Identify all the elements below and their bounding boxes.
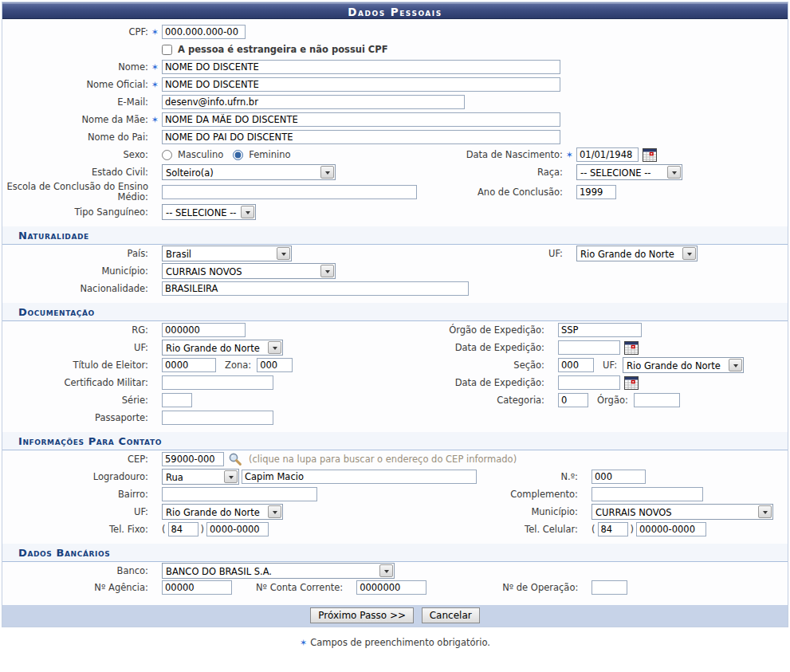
passaporte-input[interactable] bbox=[162, 411, 273, 425]
raca-select[interactable]: -- SELECIONE -- bbox=[576, 164, 682, 180]
nome-pai-input[interactable] bbox=[162, 130, 560, 144]
orgao-expedicao-input[interactable] bbox=[558, 323, 642, 337]
calendar-icon[interactable] bbox=[624, 376, 639, 390]
contato-uf-select[interactable]: Rio Grande do Norte bbox=[162, 504, 283, 520]
agencia-label: Nº Agência: bbox=[2, 583, 162, 593]
rg-orgao-row: RG: Órgão de Expedição: bbox=[2, 321, 788, 339]
paren-open: ( bbox=[162, 524, 166, 535]
cpf-input[interactable] bbox=[162, 25, 246, 39]
zona-label: Zona: bbox=[218, 360, 254, 371]
zona-input[interactable] bbox=[257, 358, 293, 372]
ano-conclusao-input[interactable] bbox=[576, 185, 616, 199]
orgao-input[interactable] bbox=[634, 393, 680, 407]
contato-municipio-select[interactable]: CURRAIS NOVOS bbox=[592, 504, 773, 520]
rg-label: RG: bbox=[2, 325, 162, 336]
escola-input[interactable] bbox=[162, 185, 417, 199]
proximo-passo-button[interactable]: Próximo Passo >> bbox=[310, 607, 414, 623]
passaporte-row: Passaporte: bbox=[2, 409, 788, 426]
nacionalidade-input[interactable] bbox=[162, 281, 469, 296]
bairro-label: Bairro: bbox=[2, 489, 162, 500]
ano-conclusao-label: Ano de Conclusão: bbox=[478, 187, 576, 198]
chevron-down-icon bbox=[667, 166, 681, 179]
email-row: E-Mail: bbox=[2, 93, 788, 111]
titulo-eleitor-input[interactable] bbox=[162, 358, 216, 372]
chevron-down-icon bbox=[268, 341, 281, 354]
agencia-input[interactable] bbox=[162, 580, 232, 595]
chevron-down-icon bbox=[320, 265, 334, 277]
nome-oficial-row: Nome Oficial: ✶ bbox=[2, 76, 788, 93]
email-input[interactable] bbox=[162, 95, 465, 109]
sexo-feminino-radio[interactable] bbox=[233, 150, 243, 160]
banco-select[interactable]: BANCO DO BRASIL S.A. bbox=[162, 563, 395, 579]
required-fields-note: ✶Campos de preenchimento obrigatório. bbox=[0, 627, 790, 661]
data-expedicao-cert-input[interactable] bbox=[558, 375, 620, 390]
calendar-icon[interactable] bbox=[624, 341, 639, 355]
tel-celular-ddd-input[interactable] bbox=[598, 522, 628, 536]
calendar-icon[interactable] bbox=[643, 148, 657, 162]
data-nascimento-label: Data de Nascimento: ✶ bbox=[466, 150, 576, 160]
contato-municipio-label: Município: bbox=[531, 507, 592, 517]
foreign-checkbox[interactable] bbox=[162, 45, 172, 55]
tel-fixo-ddd-input[interactable] bbox=[168, 522, 198, 536]
nome-label: Nome: ✶ bbox=[2, 62, 162, 73]
data-nascimento-input[interactable] bbox=[576, 147, 639, 162]
nome-mae-row: Nome da Mãe: ✶ bbox=[2, 111, 788, 128]
sexo-masculino-radio[interactable] bbox=[162, 150, 172, 160]
numero-input[interactable] bbox=[592, 470, 646, 484]
rg-uf-select[interactable]: Rio Grande do Norte bbox=[162, 340, 283, 356]
logradouro-tipo-select[interactable]: Rua bbox=[162, 469, 239, 485]
logradouro-numero-row: Logradouro: Rua N.º: bbox=[2, 468, 788, 485]
serie-label: Série: bbox=[2, 395, 162, 406]
data-expedicao-rg-label: Data de Expedição: bbox=[455, 343, 558, 353]
bairro-input[interactable] bbox=[162, 487, 317, 501]
nome-oficial-input[interactable] bbox=[162, 77, 560, 92]
secao-input[interactable] bbox=[558, 358, 594, 372]
chevron-down-icon bbox=[729, 359, 742, 371]
estado-civil-select[interactable]: Solteiro(a) bbox=[162, 164, 336, 180]
nome-mae-input[interactable] bbox=[162, 112, 560, 127]
section-naturalidade: Naturalidade bbox=[2, 226, 788, 245]
tipo-sanguineo-label: Tipo Sanguíneo: bbox=[2, 207, 162, 218]
numero-label: N.º: bbox=[560, 472, 592, 482]
required-icon: ✶ bbox=[151, 62, 159, 73]
required-icon: ✶ bbox=[300, 638, 307, 648]
button-bar: Próximo Passo >> Cancelar bbox=[2, 605, 788, 627]
titulo-uf-select[interactable]: Rio Grande do Norte bbox=[623, 357, 744, 373]
pais-select[interactable]: Brasil bbox=[162, 246, 292, 261]
categoria-input[interactable] bbox=[558, 393, 588, 407]
cancelar-button[interactable]: Cancelar bbox=[422, 607, 480, 623]
banco-row: Banco: BANCO DO BRASIL S.A. bbox=[2, 562, 788, 580]
naturalidade-uf-select[interactable]: Rio Grande do Norte bbox=[576, 246, 698, 261]
search-icon[interactable] bbox=[228, 452, 242, 466]
data-expedicao-rg-input[interactable] bbox=[558, 340, 620, 355]
paren-open: ( bbox=[592, 524, 595, 535]
complemento-input[interactable] bbox=[592, 487, 703, 501]
chevron-down-icon bbox=[682, 247, 696, 260]
naturalidade-municipio-select[interactable]: CURRAIS NOVOS bbox=[162, 263, 336, 279]
telefones-row: Tel. Fixo: ( ) Tel. Celular: ( ) bbox=[2, 521, 788, 538]
orgao-expedicao-label: Órgão de Expedição: bbox=[449, 325, 558, 336]
passaporte-label: Passaporte: bbox=[2, 413, 162, 423]
contato-uf-label: UF: bbox=[2, 507, 162, 517]
logradouro-input[interactable] bbox=[242, 470, 477, 484]
certificado-militar-input[interactable] bbox=[162, 375, 273, 390]
nome-input[interactable] bbox=[162, 60, 560, 74]
serie-input[interactable] bbox=[162, 393, 192, 407]
tel-fixo-input[interactable] bbox=[206, 522, 269, 536]
banco-label: Banco: bbox=[2, 566, 162, 576]
cep-input[interactable] bbox=[162, 452, 224, 466]
sexo-nascimento-row: Sexo: Masculino Feminino Data de Nascime… bbox=[2, 146, 788, 163]
foreign-checkbox-label: A pessoa é estrangeira e não possui CPF bbox=[178, 44, 388, 55]
section-contato: Informações Para Contato bbox=[2, 432, 788, 450]
tel-celular-input[interactable] bbox=[636, 522, 706, 536]
chevron-down-icon bbox=[241, 206, 254, 218]
conta-corrente-input[interactable] bbox=[356, 580, 426, 595]
secao-label: Seção: bbox=[513, 360, 558, 371]
sexo-masculino-label: Masculino bbox=[178, 149, 223, 160]
rg-input[interactable] bbox=[162, 323, 246, 337]
estado-civil-raca-row: Estado Civil: Solteiro(a) Raça: -- SELEC… bbox=[2, 163, 788, 181]
tipo-sanguineo-select[interactable]: -- SELECIONE -- bbox=[162, 204, 256, 220]
operacao-input[interactable] bbox=[592, 580, 627, 595]
certificado-militar-label: Certificado Militar: bbox=[2, 378, 162, 388]
nome-row: Nome: ✶ bbox=[2, 58, 788, 76]
